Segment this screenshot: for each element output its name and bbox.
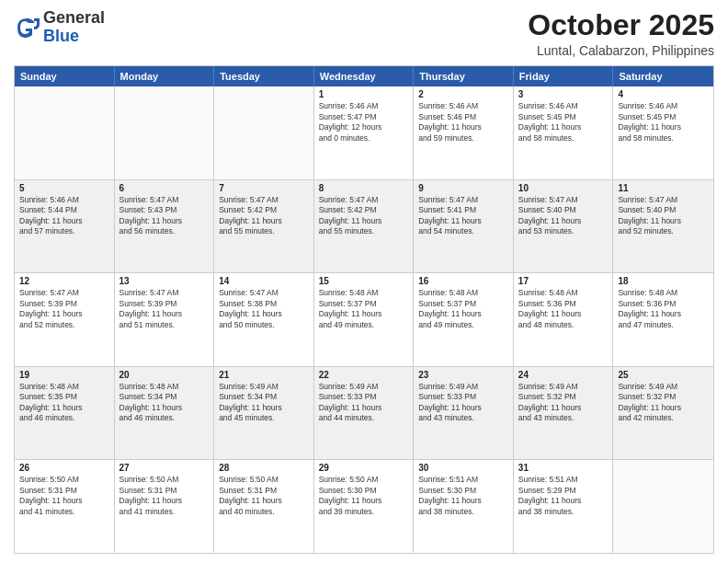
day-info: Sunrise: 5:46 AM Sunset: 5:45 PM Dayligh… [518, 101, 609, 144]
day-number: 7 [219, 183, 309, 193]
calendar-body: 1Sunrise: 5:46 AM Sunset: 5:47 PM Daylig… [15, 86, 713, 553]
day-number: 28 [219, 463, 309, 473]
table-row: 23Sunrise: 5:49 AM Sunset: 5:33 PM Dayli… [414, 367, 514, 460]
day-number: 26 [19, 463, 109, 473]
day-info: Sunrise: 5:48 AM Sunset: 5:34 PM Dayligh… [119, 382, 210, 424]
day-number: 13 [119, 276, 210, 286]
dow-monday: Monday [115, 66, 215, 86]
day-number: 27 [119, 463, 210, 473]
table-row: 29Sunrise: 5:50 AM Sunset: 5:30 PM Dayli… [314, 460, 415, 553]
day-info: Sunrise: 5:47 AM Sunset: 5:40 PM Dayligh… [618, 195, 709, 237]
day-info: Sunrise: 5:50 AM Sunset: 5:31 PM Dayligh… [19, 475, 109, 517]
table-row: 7Sunrise: 5:47 AM Sunset: 5:42 PM Daylig… [214, 180, 314, 273]
day-number: 8 [319, 183, 409, 193]
day-number: 24 [518, 370, 609, 380]
cal-row-4: 26Sunrise: 5:50 AM Sunset: 5:31 PM Dayli… [15, 459, 713, 553]
location: Luntal, Calabarzon, Philippines [528, 43, 714, 58]
day-info: Sunrise: 5:46 AM Sunset: 5:47 PM Dayligh… [319, 101, 409, 144]
table-row: 10Sunrise: 5:47 AM Sunset: 5:40 PM Dayli… [514, 180, 614, 273]
day-info: Sunrise: 5:47 AM Sunset: 5:39 PM Dayligh… [19, 288, 109, 330]
day-number: 29 [319, 463, 409, 473]
calendar-header: Sunday Monday Tuesday Wednesday Thursday… [15, 66, 713, 86]
logo: General Blue [14, 9, 105, 46]
day-info: Sunrise: 5:51 AM Sunset: 5:30 PM Dayligh… [418, 475, 508, 517]
table-row: 20Sunrise: 5:48 AM Sunset: 5:34 PM Dayli… [115, 367, 215, 460]
day-number: 2 [418, 89, 508, 99]
day-number: 20 [119, 370, 210, 380]
day-number: 3 [518, 89, 609, 99]
table-row: 31Sunrise: 5:51 AM Sunset: 5:29 PM Dayli… [514, 460, 614, 553]
logo-general: General [43, 8, 105, 27]
dow-thursday: Thursday [414, 66, 514, 86]
day-info: Sunrise: 5:49 AM Sunset: 5:33 PM Dayligh… [319, 382, 409, 424]
table-row: 16Sunrise: 5:48 AM Sunset: 5:37 PM Dayli… [414, 273, 514, 366]
table-row: 9Sunrise: 5:47 AM Sunset: 5:41 PM Daylig… [414, 180, 514, 273]
day-number: 30 [418, 463, 508, 473]
page: General Blue October 2025 Luntal, Calaba… [0, 0, 728, 563]
logo-text: General Blue [43, 9, 105, 46]
day-info: Sunrise: 5:47 AM Sunset: 5:39 PM Dayligh… [119, 288, 210, 330]
day-number: 9 [418, 183, 508, 193]
day-number: 22 [319, 370, 409, 380]
logo-blue: Blue [43, 27, 79, 45]
table-row: 17Sunrise: 5:48 AM Sunset: 5:36 PM Dayli… [514, 273, 614, 366]
table-row: 30Sunrise: 5:51 AM Sunset: 5:30 PM Dayli… [414, 460, 514, 553]
day-info: Sunrise: 5:50 AM Sunset: 5:31 PM Dayligh… [119, 475, 210, 517]
day-info: Sunrise: 5:46 AM Sunset: 5:45 PM Dayligh… [618, 101, 709, 144]
cal-row-1: 5Sunrise: 5:46 AM Sunset: 5:44 PM Daylig… [15, 179, 713, 273]
day-number: 16 [418, 276, 508, 286]
day-info: Sunrise: 5:51 AM Sunset: 5:29 PM Dayligh… [518, 475, 609, 517]
day-number: 25 [618, 370, 709, 380]
day-info: Sunrise: 5:46 AM Sunset: 5:46 PM Dayligh… [418, 101, 508, 144]
cal-row-2: 12Sunrise: 5:47 AM Sunset: 5:39 PM Dayli… [15, 272, 713, 366]
day-info: Sunrise: 5:48 AM Sunset: 5:36 PM Dayligh… [618, 288, 709, 330]
dow-friday: Friday [514, 66, 614, 86]
table-row: 14Sunrise: 5:47 AM Sunset: 5:38 PM Dayli… [214, 273, 314, 366]
day-number: 14 [219, 276, 309, 286]
day-info: Sunrise: 5:48 AM Sunset: 5:37 PM Dayligh… [418, 288, 508, 330]
cal-row-0: 1Sunrise: 5:46 AM Sunset: 5:47 PM Daylig… [15, 86, 713, 179]
table-row [214, 86, 314, 179]
day-info: Sunrise: 5:49 AM Sunset: 5:34 PM Dayligh… [219, 382, 309, 424]
table-row: 5Sunrise: 5:46 AM Sunset: 5:44 PM Daylig… [15, 180, 115, 273]
day-info: Sunrise: 5:47 AM Sunset: 5:43 PM Dayligh… [119, 195, 210, 237]
cal-row-3: 19Sunrise: 5:48 AM Sunset: 5:35 PM Dayli… [15, 366, 713, 460]
day-info: Sunrise: 5:47 AM Sunset: 5:42 PM Dayligh… [319, 195, 409, 237]
table-row: 21Sunrise: 5:49 AM Sunset: 5:34 PM Dayli… [214, 367, 314, 460]
table-row: 4Sunrise: 5:46 AM Sunset: 5:45 PM Daylig… [613, 86, 713, 179]
table-row [115, 86, 215, 179]
day-number: 6 [119, 183, 210, 193]
day-number: 18 [618, 276, 709, 286]
table-row: 15Sunrise: 5:48 AM Sunset: 5:37 PM Dayli… [314, 273, 415, 366]
day-info: Sunrise: 5:50 AM Sunset: 5:30 PM Dayligh… [319, 475, 409, 517]
day-info: Sunrise: 5:47 AM Sunset: 5:38 PM Dayligh… [219, 288, 309, 330]
logo-icon [14, 15, 40, 40]
table-row: 11Sunrise: 5:47 AM Sunset: 5:40 PM Dayli… [613, 180, 713, 273]
month-title: October 2025 [528, 9, 714, 41]
table-row: 2Sunrise: 5:46 AM Sunset: 5:46 PM Daylig… [414, 86, 514, 179]
day-info: Sunrise: 5:49 AM Sunset: 5:32 PM Dayligh… [518, 382, 609, 424]
table-row: 8Sunrise: 5:47 AM Sunset: 5:42 PM Daylig… [314, 180, 415, 273]
day-info: Sunrise: 5:48 AM Sunset: 5:36 PM Dayligh… [518, 288, 609, 330]
day-number: 1 [319, 89, 409, 99]
table-row: 28Sunrise: 5:50 AM Sunset: 5:31 PM Dayli… [214, 460, 314, 553]
table-row: 19Sunrise: 5:48 AM Sunset: 5:35 PM Dayli… [15, 367, 115, 460]
day-number: 11 [618, 183, 709, 193]
table-row: 6Sunrise: 5:47 AM Sunset: 5:43 PM Daylig… [115, 180, 215, 273]
day-info: Sunrise: 5:47 AM Sunset: 5:40 PM Dayligh… [518, 195, 609, 237]
day-info: Sunrise: 5:49 AM Sunset: 5:32 PM Dayligh… [618, 382, 709, 424]
day-info: Sunrise: 5:50 AM Sunset: 5:31 PM Dayligh… [219, 475, 309, 517]
day-number: 4 [618, 89, 709, 99]
day-number: 15 [319, 276, 409, 286]
table-row [613, 460, 713, 553]
table-row: 25Sunrise: 5:49 AM Sunset: 5:32 PM Dayli… [613, 367, 713, 460]
day-number: 31 [518, 463, 609, 473]
day-number: 23 [418, 370, 508, 380]
table-row: 1Sunrise: 5:46 AM Sunset: 5:47 PM Daylig… [314, 86, 415, 179]
table-row: 22Sunrise: 5:49 AM Sunset: 5:33 PM Dayli… [314, 367, 415, 460]
table-row: 27Sunrise: 5:50 AM Sunset: 5:31 PM Dayli… [115, 460, 215, 553]
calendar: Sunday Monday Tuesday Wednesday Thursday… [14, 65, 714, 554]
dow-sunday: Sunday [15, 66, 115, 86]
day-info: Sunrise: 5:47 AM Sunset: 5:41 PM Dayligh… [418, 195, 508, 237]
table-row: 3Sunrise: 5:46 AM Sunset: 5:45 PM Daylig… [514, 86, 614, 179]
